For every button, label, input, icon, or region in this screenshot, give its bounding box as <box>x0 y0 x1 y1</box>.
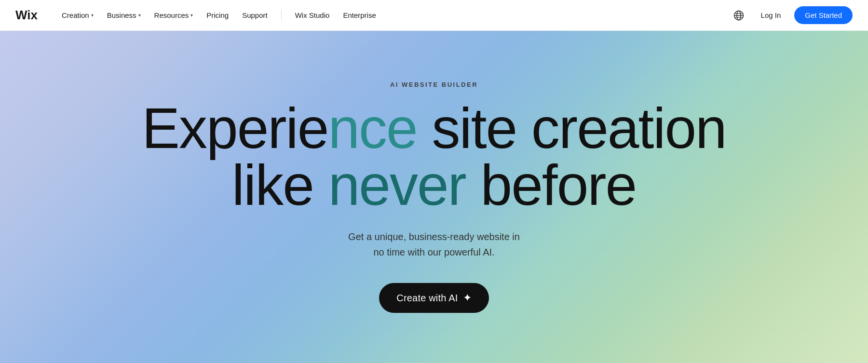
nav-creation-label: Creation <box>62 11 89 19</box>
nav-wix-studio-label: Wix Studio <box>295 11 330 19</box>
chevron-down-icon: ▾ <box>91 13 94 18</box>
hero-title-experience-part1: Experie <box>142 96 328 160</box>
nav-business-label: Business <box>107 11 136 19</box>
nav-item-enterprise[interactable]: Enterprise <box>337 7 381 23</box>
login-label: Log In <box>761 11 781 19</box>
chevron-down-icon: ▾ <box>190 13 193 18</box>
hero-subtitle: Get a unique, business-ready website in … <box>348 229 520 260</box>
create-with-ai-button[interactable]: Create with AI ✦ <box>379 283 489 313</box>
hero-eyebrow: AI WEBSITE BUILDER <box>390 81 478 88</box>
create-ai-label: Create with AI <box>396 293 458 304</box>
nav-item-resources[interactable]: Resources ▾ <box>149 7 199 23</box>
nav-item-support[interactable]: Support <box>236 7 273 23</box>
nav-right: Log In Get Started <box>730 6 853 24</box>
nav-item-pricing[interactable]: Pricing <box>201 7 234 23</box>
login-button[interactable]: Log In <box>755 7 787 23</box>
nav-resources-label: Resources <box>154 11 189 19</box>
get-started-button[interactable]: Get Started <box>794 6 853 24</box>
language-selector-button[interactable] <box>730 7 747 24</box>
navigation: Wix Creation ▾ Business ▾ Resources ▾ Pr… <box>0 0 868 31</box>
nav-item-wix-studio[interactable]: Wix Studio <box>289 7 336 23</box>
globe-icon <box>733 10 744 21</box>
hero-title-line2: like never before <box>232 153 636 217</box>
svg-text:Wix: Wix <box>15 9 38 22</box>
nav-pricing-label: Pricing <box>206 11 229 19</box>
sparkle-icon: ✦ <box>463 292 472 304</box>
nav-enterprise-label: Enterprise <box>343 11 376 19</box>
hero-title-like: like <box>232 153 328 217</box>
wix-logo[interactable]: Wix <box>15 9 41 22</box>
hero-title-before: before <box>466 153 636 217</box>
hero-title-site-creation: site creation <box>417 96 726 160</box>
hero-title-never-highlight: never <box>328 153 466 217</box>
get-started-label: Get Started <box>805 11 842 19</box>
wix-logo-svg: Wix <box>15 9 41 22</box>
hero-title-nce-highlight: nce <box>328 96 417 160</box>
hero-title: Experience site creation like never befo… <box>122 100 745 214</box>
nav-links: Creation ▾ Business ▾ Resources ▾ Pricin… <box>56 7 730 23</box>
nav-item-business[interactable]: Business ▾ <box>101 7 147 23</box>
nav-divider <box>281 10 282 21</box>
chevron-down-icon: ▾ <box>138 13 141 18</box>
nav-support-label: Support <box>242 11 268 19</box>
hero-subtitle-line1: Get a unique, business-ready website in <box>348 231 520 242</box>
hero-section: AI WEBSITE BUILDER Experience site creat… <box>0 0 868 363</box>
hero-subtitle-line2: no time with our powerful AI. <box>373 247 494 257</box>
nav-item-creation[interactable]: Creation ▾ <box>56 7 99 23</box>
hero-title-line1: Experience site creation <box>142 96 726 160</box>
